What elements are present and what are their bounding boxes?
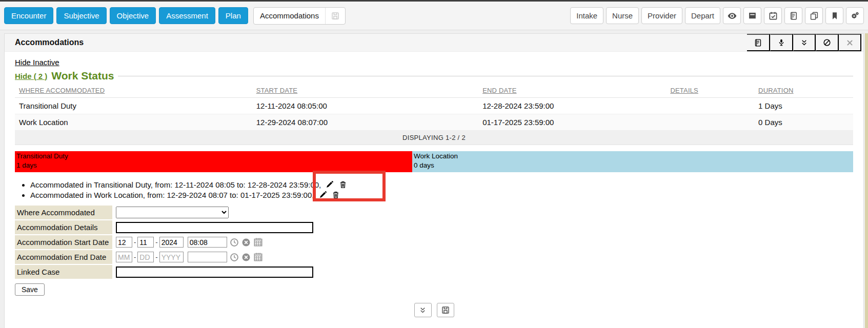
start-day-input[interactable] (137, 237, 154, 248)
encounter-button[interactable]: Encounter (4, 7, 53, 24)
save-button[interactable]: Save (15, 283, 45, 296)
date-separator: - (155, 238, 157, 246)
header-duration[interactable]: DURATION (754, 84, 853, 98)
notes-book-icon[interactable] (747, 34, 770, 51)
accommodation-timeline: Transitional Duty 1 days Work Location 0… (15, 151, 853, 172)
nurse-button[interactable]: Nurse (606, 7, 639, 24)
role-button-group: Intake Nurse Provider Depart (568, 7, 864, 24)
cell-where: Work Location (15, 114, 252, 131)
tab-accommodations-label: Accommodations (260, 11, 325, 20)
double-chevron-down-icon[interactable] (414, 303, 432, 317)
calendar-check-icon[interactable] (764, 7, 782, 24)
list-item-text: Accommodated in Work Location, from: 12-… (30, 191, 314, 199)
copy-pages-icon[interactable] (805, 7, 823, 24)
settings-gears-icon[interactable] (846, 7, 864, 24)
close-icon[interactable] (839, 34, 861, 51)
tab-accommodations[interactable]: Accommodations (253, 7, 346, 25)
accommodation-end-date-label: Accommodation End Date (15, 250, 112, 264)
where-accommodated-select[interactable] (116, 207, 229, 218)
trash-delete-icon[interactable] (332, 191, 340, 199)
hide-count-link[interactable]: Hide ( 2 ) (15, 72, 47, 80)
bottom-button-group (15, 303, 853, 317)
end-year-input[interactable] (159, 252, 184, 262)
objective-button[interactable]: Objective (110, 7, 156, 24)
cell-end: 12-28-2024 23:59:00 (478, 98, 666, 114)
collapse-double-chevron-icon[interactable] (793, 34, 816, 51)
save-floppy-icon[interactable] (437, 303, 454, 317)
cancel-circle-icon[interactable] (816, 34, 839, 51)
microphone-icon[interactable] (770, 34, 793, 51)
date-separator: - (134, 253, 136, 261)
hide-inactive-link[interactable]: Hide Inactive (15, 58, 59, 67)
start-month-input[interactable] (116, 237, 132, 248)
start-time-input[interactable] (188, 237, 227, 248)
cell-start: 12-11-2024 08:05:00 (252, 98, 478, 114)
provider-button[interactable]: Provider (641, 7, 682, 24)
date-separator: - (134, 238, 136, 246)
table-row: Work Location 12-29-2024 08:07:00 01-17-… (15, 114, 853, 131)
segment-duration: 0 days (414, 161, 852, 170)
clear-circle-x-icon[interactable] (241, 253, 251, 262)
depart-button[interactable]: Depart (685, 7, 720, 24)
table-footer-row: DISPLAYING 1-2 / 2 (15, 131, 853, 145)
cell-duration: 0 Days (754, 114, 853, 131)
header-end-date[interactable]: END DATE (478, 84, 666, 98)
clock-icon[interactable] (230, 253, 239, 262)
where-accommodated-label: Where Accommodated (15, 206, 112, 219)
calendar-icon[interactable] (253, 237, 263, 247)
nav-button-group: Encounter Subjective Objective Assessmen… (4, 7, 346, 25)
clock-icon[interactable] (230, 238, 239, 247)
linked-case-label: Linked Case (15, 265, 112, 279)
accommodation-details-label: Accommodation Details (15, 220, 112, 234)
segment-label: Transitional Duty (16, 152, 411, 161)
trash-delete-icon[interactable] (339, 180, 347, 189)
timeline-segment-work-location: Work Location 0 days (412, 151, 853, 172)
subjective-button[interactable]: Subjective (56, 7, 106, 24)
cell-where: Transitional Duty (15, 98, 252, 114)
date-separator: - (155, 253, 157, 261)
panel-body: Hide Inactive Hide ( 2 ) Work Status WHE… (5, 52, 863, 317)
header-where-accommodated[interactable]: WHERE ACCOMMODATED (15, 84, 252, 98)
accommodation-list: Accommodated in Transitional Duty, from:… (15, 180, 853, 199)
timeline-segment-transitional-duty: Transitional Duty 1 days (15, 151, 412, 172)
end-month-input[interactable] (116, 252, 132, 262)
eye-icon[interactable] (723, 7, 741, 24)
start-year-input[interactable] (159, 237, 184, 248)
clear-circle-x-icon[interactable] (241, 238, 251, 247)
cell-start: 12-29-2024 08:07:00 (252, 114, 478, 131)
list-item: Accommodated in Transitional Duty, from:… (30, 180, 853, 189)
scrollbar[interactable] (865, 33, 868, 328)
end-time-input[interactable] (188, 252, 227, 262)
header-details[interactable]: DETAILS (666, 84, 754, 98)
cell-end: 01-17-2025 23:59:00 (478, 114, 666, 131)
tab-save-icon[interactable] (325, 8, 345, 24)
accommodation-start-date-label: Accommodation Start Date (15, 235, 112, 249)
end-day-input[interactable] (137, 252, 154, 262)
segment-label: Work Location (414, 152, 852, 161)
pencil-edit-icon[interactable] (319, 191, 327, 199)
legend-divider (118, 76, 853, 76)
work-status-table: WHERE ACCOMMODATED START DATE END DATE D… (15, 84, 853, 145)
list-item-text: Accommodated in Transitional Duty, from:… (30, 180, 321, 189)
calendar-icon[interactable] (253, 252, 263, 262)
cell-duration: 1 Days (754, 98, 853, 114)
header-start-date[interactable]: START DATE (252, 84, 478, 98)
archive-box-icon[interactable] (743, 7, 761, 24)
accommodation-details-input[interactable] (116, 222, 313, 233)
linked-case-input[interactable] (116, 266, 313, 278)
paging-status: DISPLAYING 1-2 / 2 (15, 131, 853, 145)
panel-title: Accommodations (15, 38, 84, 47)
notes-book-icon[interactable] (784, 7, 802, 24)
segment-duration: 1 days (16, 161, 411, 170)
table-row: Transitional Duty 12-11-2024 08:05:00 12… (15, 98, 853, 114)
cell-details (666, 98, 754, 114)
top-toolbar: Encounter Subjective Objective Assessmen… (0, 2, 868, 30)
intake-button[interactable]: Intake (570, 7, 603, 24)
work-status-legend: Hide ( 2 ) Work Status (15, 70, 853, 82)
plan-button[interactable]: Plan (218, 7, 248, 24)
table-header-row: WHERE ACCOMMODATED START DATE END DATE D… (15, 84, 853, 98)
accommodations-panel: Accommodations Hide Inactive Hide ( 2 ) … (4, 33, 864, 328)
assessment-button[interactable]: Assessment (159, 7, 215, 24)
bookmark-icon[interactable] (825, 7, 843, 24)
pencil-edit-icon[interactable] (326, 180, 334, 189)
